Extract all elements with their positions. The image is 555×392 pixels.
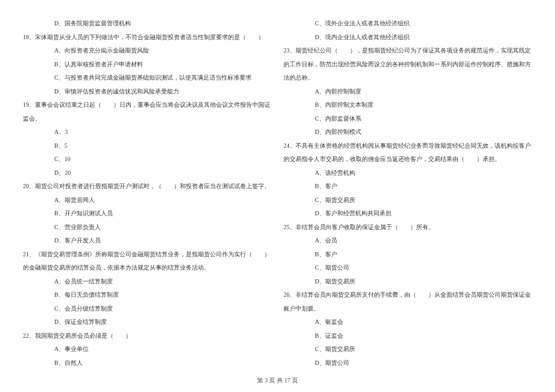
option-text: A、3 — [23, 125, 271, 139]
option-text: B、内部控制文本制度 — [284, 98, 532, 112]
option-text: D、客户开发人员 — [23, 234, 271, 248]
option-text: C、期货公司 — [284, 261, 532, 275]
question-20: 20、期货公司对投资者进行股指期货开户测试时，（ ）和投资者应当在测试试卷上签字… — [23, 180, 271, 194]
option-text: B、5 — [23, 139, 271, 153]
question-26-cont: 账户中划拨。 — [284, 302, 532, 316]
option-text: A、向投资者充分揭示金融期货风险 — [23, 44, 271, 58]
question-21: 21、《期货交易管理条例》所称期货公司金融期货结算业务，是指期货公司作为实行（ … — [23, 248, 271, 262]
page-content: D、国务院期货监督管理机构 18、宋体期货从业人员的下列做法中，不符合金融期货投… — [0, 0, 555, 368]
option-text: D、客户和经营机构共同承担 — [284, 207, 532, 221]
option-text: D、期货交易所 — [284, 275, 532, 289]
question-21-cont: 的金融期货交易所的结算会员，依据本办法规定从事的结算业务活动。 — [23, 261, 271, 275]
question-19-cont: 监会。 — [23, 112, 271, 126]
option-text: D、境内企业法人或者其他经济组织 — [284, 31, 532, 45]
option-text: C、期货交易所 — [284, 343, 532, 356]
option-text: B、自然人 — [23, 356, 271, 370]
option-text: C、内部监督体系 — [284, 112, 532, 126]
option-text: B、客户 — [284, 248, 532, 262]
question-19: 19、董事会会议结束之日起（ ）日内，董事会应当将会议决议及其他会议文件报告中国… — [23, 98, 271, 112]
question-26: 26、非结算会员向期货交易所支付的手续费，由（ ）从全面结算会员期货公司期货保证… — [284, 288, 532, 302]
option-text: C、10 — [23, 153, 271, 166]
option-text: C、与投资者共同完成金融期货基础知识测试，以使其满足适当性标准要求 — [23, 71, 271, 85]
option-text: C、期货交易所 — [284, 194, 532, 207]
option-text: B、每日无负债结算制度 — [23, 288, 271, 302]
option-text: D、内部控制模式 — [284, 125, 532, 139]
question-23-cont: 法的总称。 — [284, 71, 532, 85]
option-text: D、国务院期货监督管理机构 — [23, 17, 271, 31]
right-column: C、境外企业法人或者其他经济组织 D、境内企业法人或者其他经济组织 23、期货经… — [284, 17, 532, 356]
question-18: 18、宋体期货从业人员的下列做法中，不符合金融期货投资者适当性制度要求的是（ ） — [23, 31, 271, 45]
option-text: C、会员分级结算制度 — [23, 302, 271, 316]
option-text: A、会员统一结算制度 — [23, 275, 271, 289]
option-text: D、期货公司 — [284, 356, 532, 370]
option-text: B、客户 — [284, 180, 532, 194]
question-22: 22、我国期货交易所会员必须是（ ） — [23, 329, 271, 343]
option-text: A、内部控制制度 — [284, 85, 532, 99]
question-24-cont: 的交易指令人市交易的，收取的佣金应当返还给客户，交易结果由（ ）承担。 — [284, 153, 532, 166]
question-24: 24、不具有主体资格的经营机构因从事期货经纪业务而导致期货经纪合同无效，该机构按… — [284, 139, 532, 153]
question-23-cont: 的工作目标，防范出现经营风险而设立的各种控制机制和一系列内部运作控制程序、措施和… — [284, 58, 532, 72]
option-text: D、审慎评估投资者的诚信状况和风险承受能力 — [23, 85, 271, 99]
option-text: B、开户知识测试人员 — [23, 207, 271, 221]
option-text: D、保证金结算制度 — [23, 315, 271, 329]
option-text: B、证监会 — [284, 329, 532, 343]
option-text: D、20 — [23, 166, 271, 180]
option-text: C、境外企业法人或者其他经济组织 — [284, 17, 532, 31]
question-25: 25、非结算会员向客户收取的保证金属于（ ）所有。 — [284, 221, 532, 235]
option-text: A、事业单位 — [23, 343, 271, 356]
page-footer: 第 3 页 共 17 页 — [0, 376, 555, 385]
option-text: A、银监会 — [284, 315, 532, 329]
option-text: C、营业部负责人 — [23, 221, 271, 235]
left-column: D、国务院期货监督管理机构 18、宋体期货从业人员的下列做法中，不符合金融期货投… — [23, 17, 271, 356]
option-text: B、认真审核投资者开户申请材料 — [23, 58, 271, 72]
option-text: A、该经营机构 — [284, 166, 532, 180]
question-23: 23、期货经纪公司（ ），是指期货经纪公司为了保证其各项业务的规范运作，实现其既… — [284, 44, 532, 58]
option-text: A、会员 — [284, 234, 532, 248]
option-text: A、期货居间人 — [23, 194, 271, 207]
